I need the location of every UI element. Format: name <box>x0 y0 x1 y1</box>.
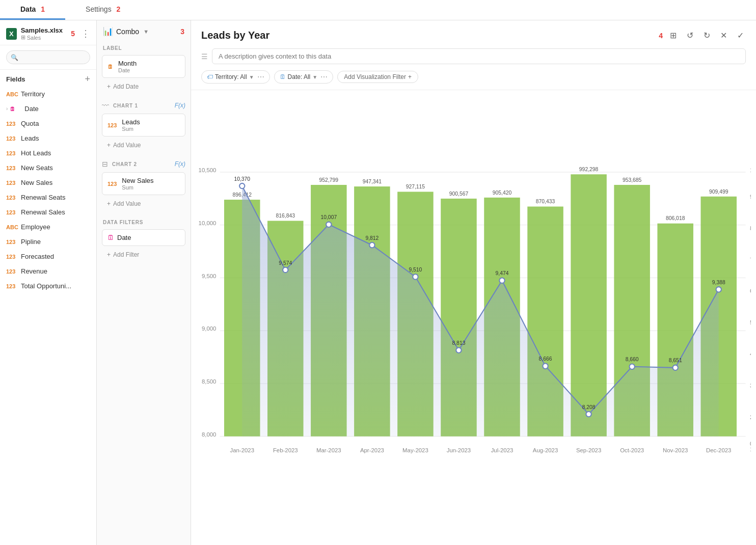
sidebar-field-item[interactable]: 123New Seats <box>0 160 96 175</box>
add-vis-filter-button[interactable]: Add Visualization Filter + <box>337 71 418 83</box>
description-icon: ☰ <box>201 52 208 61</box>
chart1-icon: 〰 <box>102 101 109 110</box>
sidebar-field-item[interactable]: ›🗓Date <box>0 101 96 116</box>
sidebar-field-item[interactable]: 123New Sales <box>0 175 96 190</box>
chart1-field-name: Leads <box>122 118 140 126</box>
svg-text:10,500: 10,500 <box>199 167 217 173</box>
date-filter-icon: 🗓 <box>280 73 286 80</box>
svg-text:9,500: 9,500 <box>202 273 217 279</box>
combo-header: 📊 Combo ▼ 3 <box>97 20 191 41</box>
description-input[interactable] <box>212 48 746 64</box>
undo-icon[interactable]: ↺ <box>685 29 695 42</box>
label-field-card[interactable]: 🗓 Month Date <box>102 55 185 78</box>
add-vis-filter-plus-icon: + <box>408 73 412 80</box>
territory-filter-menu[interactable]: ⋯ <box>257 73 264 81</box>
svg-point-64 <box>586 412 591 417</box>
svg-text:8,666: 8,666 <box>539 356 552 362</box>
svg-point-48 <box>239 183 245 188</box>
mid-panel: 📊 Combo ▼ 3 LABEL 🗓 Month Date + Add Dat… <box>97 20 191 545</box>
svg-text:1,000,000: 1,000,000 <box>750 167 751 173</box>
svg-point-62 <box>543 364 548 369</box>
field-type-abc: ABC <box>6 224 17 230</box>
chart2-fx-button[interactable]: F(x) <box>175 160 185 168</box>
field-type-123: 123 <box>6 268 17 275</box>
svg-text:Jun-2023: Jun-2023 <box>447 447 471 453</box>
chart2-field-sub: Sum <box>122 184 153 190</box>
field-type-123: 123 <box>6 254 17 260</box>
search-icon: 🔍 <box>11 54 18 61</box>
chart1-header: 〰 CHART 1 F(x) <box>97 97 191 112</box>
svg-text:Nov-2023: Nov-2023 <box>663 447 688 453</box>
svg-text:9,574: 9,574 <box>279 260 292 266</box>
svg-text:8,660: 8,660 <box>626 357 639 362</box>
sidebar-field-item[interactable]: 123Renewal Sales <box>0 205 96 220</box>
svg-rect-39 <box>571 174 607 436</box>
svg-text:927,115: 927,115 <box>406 184 425 189</box>
field-name: Hot Leads <box>21 149 51 157</box>
filter-card-date[interactable]: 🗓 Date <box>102 229 185 246</box>
chart1-fx-button[interactable]: F(x) <box>175 102 185 109</box>
combo-chevron-icon: ▼ <box>143 29 149 35</box>
label-field-sub: Date <box>118 67 137 73</box>
grid-view-icon[interactable]: ⊞ <box>668 29 679 42</box>
svg-text:Sep-2023: Sep-2023 <box>576 447 601 453</box>
field-name: Renewal Sales <box>21 208 65 216</box>
territory-filter-tag[interactable]: 🏷 Territory: All ▼ ⋯ <box>201 70 270 84</box>
tab-data[interactable]: Data 1 <box>0 0 65 20</box>
chart2-field-card[interactable]: 123 New Sales Sum <box>102 172 185 195</box>
svg-text:8,208: 8,208 <box>582 404 596 410</box>
field-name: New Sales <box>21 179 52 186</box>
combo-label: Combo <box>116 28 139 36</box>
filters-row: 🏷 Territory: All ▼ ⋯ 🗓 Date: All ▼ ⋯ Add… <box>201 68 746 86</box>
redo-icon[interactable]: ↻ <box>701 29 712 42</box>
add-value2-plus-icon: + <box>107 200 111 207</box>
add-value1-button[interactable]: + Add Value <box>102 139 185 152</box>
add-field-button[interactable]: + <box>85 74 90 85</box>
svg-text:May-2023: May-2023 <box>402 447 428 453</box>
svg-text:9,000: 9,000 <box>202 325 217 332</box>
chart1-field-sub: Sum <box>122 126 140 132</box>
left-sidebar: X Samples.xlsx ⊞ Sales 5 ⋮ 🔍 Fields + AB <box>0 20 97 545</box>
sidebar-field-item[interactable]: 123Leads <box>0 131 96 146</box>
file-info: X Samples.xlsx ⊞ Sales 5 ⋮ <box>0 20 96 45</box>
sidebar-field-item[interactable]: 123Total Opportuni... <box>0 279 96 293</box>
tab-settings[interactable]: Settings 2 <box>65 0 141 20</box>
chart1-field-type-icon: 123 <box>107 122 117 128</box>
check-icon[interactable]: ✓ <box>735 29 746 42</box>
label-field-name: Month <box>118 60 137 67</box>
file-menu-button[interactable]: ⋮ <box>81 28 90 39</box>
sidebar-field-item[interactable]: ABCTerritory <box>0 87 96 101</box>
svg-text:953,685: 953,685 <box>623 177 642 183</box>
add-value2-button[interactable]: + Add Value <box>102 197 185 210</box>
search-input[interactable] <box>6 50 90 64</box>
field-name: Quota <box>21 120 39 127</box>
chart1-field-card[interactable]: 123 Leads Sum <box>102 114 185 137</box>
svg-text:992,298: 992,298 <box>579 167 599 172</box>
field-type-123: 123 <box>6 165 17 171</box>
sidebar-field-item[interactable]: 123Renewal Seats <box>0 190 96 205</box>
date-filter-menu[interactable]: ⋯ <box>320 73 328 81</box>
sidebar-field-item[interactable]: 123Pipline <box>0 234 96 249</box>
fields-header: Fields + <box>0 70 96 87</box>
add-filter-button[interactable]: + Add Filter <box>102 248 185 261</box>
svg-text:200,000: 200,000 <box>750 414 751 420</box>
file-details: Samples.xlsx ⊞ Sales <box>21 26 67 41</box>
chart2-label: CHART 2 <box>112 161 171 167</box>
sidebar-field-item[interactable]: 123Forecasted <box>0 249 96 264</box>
sidebar-field-item[interactable]: ABCEmployee <box>0 220 96 234</box>
sidebar-field-item[interactable]: 123Quota <box>0 116 96 131</box>
field-name: Pipline <box>21 238 41 246</box>
date-filter-tag[interactable]: 🗓 Date: All ▼ ⋯ <box>274 70 334 84</box>
svg-point-56 <box>413 274 418 279</box>
field-name: New Seats <box>21 164 53 172</box>
close-icon[interactable]: ✕ <box>718 29 729 42</box>
svg-text:8,813: 8,813 <box>452 340 465 346</box>
filter-date-icon: 🗓 <box>107 234 114 241</box>
svg-text:Dec-2023: Dec-2023 <box>706 447 731 453</box>
add-date-button[interactable]: + Add Date <box>102 80 185 93</box>
svg-text:8,651: 8,651 <box>669 358 682 363</box>
sidebar-field-item[interactable]: 123Revenue <box>0 264 96 279</box>
sidebar-field-item[interactable]: 123Hot Leads <box>0 146 96 160</box>
file-sheet: ⊞ Sales <box>21 34 67 41</box>
chart-badge: 4 <box>659 32 663 40</box>
